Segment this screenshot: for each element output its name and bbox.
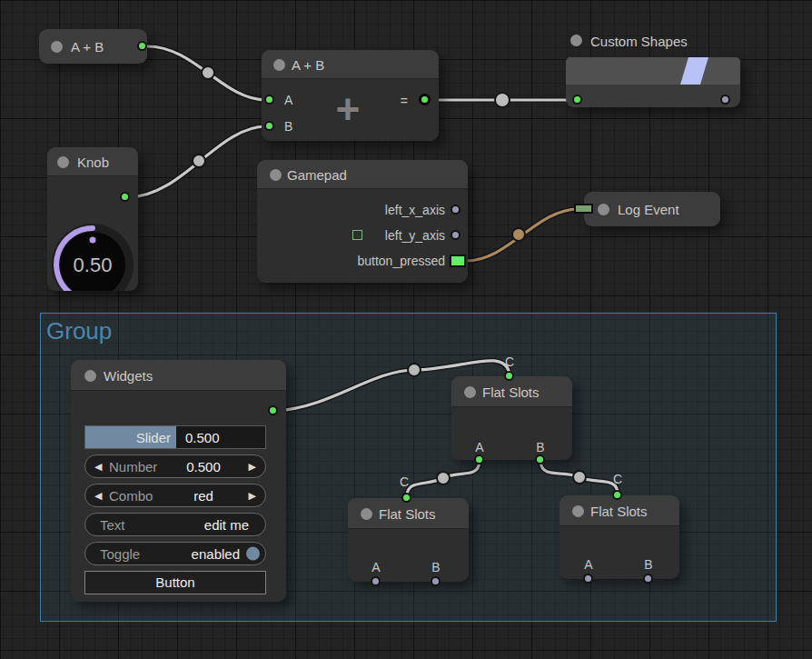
button-label: Button [155, 574, 194, 590]
output-slot-label: A [475, 440, 483, 454]
node-title: Flat Slots [482, 384, 540, 399]
node-title: Gamepad [287, 166, 347, 182]
node-collapse-icon[interactable] [572, 505, 584, 517]
graph-canvas[interactable]: Group A + B A + B A [0, 0, 812, 659]
node-collapse-icon[interactable] [598, 204, 609, 215]
node-flat-slots-top[interactable]: Flat Slots C A B [451, 376, 572, 460]
operator-glyph: + [327, 88, 369, 130]
node-collapse-icon[interactable] [273, 59, 285, 71]
node-knob[interactable]: Knob 0.50 [47, 147, 138, 291]
output-slot[interactable] [120, 192, 130, 202]
decrement-arrow-icon[interactable]: ◀ [94, 461, 102, 473]
output-slot-label: = [401, 94, 408, 108]
link-dot-event [512, 228, 525, 241]
input-slot-a[interactable] [264, 95, 274, 105]
next-arrow-icon[interactable]: ▶ [249, 490, 256, 502]
node-title: Flat Slots [590, 503, 648, 518]
node-collapse-icon[interactable] [84, 370, 96, 382]
output-slot[interactable] [720, 95, 730, 105]
output-slot-b[interactable] [431, 576, 441, 586]
output-slot-b[interactable] [643, 574, 653, 584]
input-slot-label: A [284, 93, 292, 107]
node-title-bar[interactable]: Flat Slots [348, 498, 469, 529]
node-collapse-icon[interactable] [270, 169, 282, 181]
number-widget[interactable]: ◀ Number 0.500 ▶ [84, 454, 266, 478]
output-slot-label: B [431, 560, 440, 574]
input-slot-b[interactable] [264, 121, 274, 131]
link-addcollapsed-to-addA [147, 46, 266, 100]
node-title-bar[interactable]: Flat Slots [451, 376, 572, 407]
node-title-bar[interactable]: Gamepad [257, 160, 468, 189]
node-collapse-icon[interactable] [361, 508, 372, 520]
output-slot-result[interactable] [419, 94, 431, 105]
toggle-knob-icon[interactable] [246, 547, 260, 561]
node-title-bar[interactable]: Flat Slots [559, 495, 679, 526]
output-slot-a[interactable] [371, 576, 381, 586]
input-slot-label: C [400, 474, 409, 489]
input-slot-c[interactable] [401, 493, 411, 503]
node-collapse-icon[interactable] [51, 41, 63, 53]
input-slot-c[interactable] [504, 371, 514, 381]
slider-widget[interactable]: Slider 0.500 [84, 425, 266, 449]
output-slot[interactable] [137, 41, 147, 51]
node-gamepad[interactable]: Gamepad left_x_axis left_y_axis button_p… [257, 160, 468, 283]
output-slot-b[interactable] [535, 454, 545, 464]
output-slot[interactable] [268, 405, 278, 415]
node-title: Knob [77, 154, 109, 169]
input-slot-c[interactable] [612, 490, 622, 500]
node-title: A + B [71, 39, 104, 55]
input-slot-event[interactable] [574, 204, 593, 214]
output-slot-label: B [644, 557, 652, 572]
slot-marker-icon [352, 230, 362, 240]
node-custom-shapes[interactable] [566, 57, 740, 107]
node-title-bar[interactable]: Knob [47, 147, 138, 176]
node-add[interactable]: A + B A B + = [262, 50, 439, 141]
slider-label: Slider [136, 430, 171, 445]
button-widget[interactable]: Button [84, 571, 266, 594]
output-slot-a[interactable] [583, 574, 593, 584]
node-title-bar[interactable]: Widgets [71, 360, 286, 391]
node-title: Widgets [104, 367, 153, 383]
node-collapse-icon[interactable] [464, 386, 476, 398]
toggle-widget[interactable]: Toggle enabled [84, 542, 266, 565]
combo-widget[interactable]: ◀ Combo red ▶ [84, 484, 266, 507]
text-widget[interactable]: Text edit me [84, 513, 266, 536]
output-slot-label: left_y_axis [385, 228, 445, 243]
node-collapse-icon[interactable] [57, 156, 69, 168]
slider-value: 0.500 [185, 430, 220, 445]
output-slot-buttonpressed[interactable] [450, 255, 466, 267]
number-value: 0.500 [167, 459, 240, 474]
link-dot [202, 66, 214, 79]
input-slot-label: B [284, 119, 292, 134]
number-label: Number [109, 459, 157, 474]
node-log-event[interactable]: Log Event [584, 192, 720, 226]
combo-value: red [167, 488, 240, 504]
input-slot-label: C [613, 472, 622, 486]
prev-arrow-icon[interactable]: ◀ [94, 490, 102, 502]
output-slot-label: B [536, 440, 544, 454]
link-dot [495, 93, 510, 107]
knob-value: 0.50 [74, 254, 113, 276]
node-flat-slots-right[interactable]: Flat Slots C A B [559, 495, 679, 579]
group-title: Group [41, 314, 776, 349]
input-slot[interactable] [572, 95, 582, 105]
node-add-collapsed[interactable]: A + B [39, 29, 147, 64]
text-label: Text [100, 517, 125, 533]
output-slot-a[interactable] [474, 454, 484, 464]
node-title-bar[interactable]: A + B [262, 50, 439, 79]
toggle-label: Toggle [100, 546, 140, 562]
node-collapse-icon[interactable] [570, 35, 582, 46]
output-slot-label: button_pressed [357, 254, 445, 268]
knob-indicator-dot [90, 237, 96, 244]
link-dot [193, 155, 205, 167]
toggle-value: enabled [192, 546, 240, 562]
node-title: Custom Shapes [590, 34, 688, 49]
output-slot-label: left_x_axis [385, 203, 445, 217]
output-slot-leftyaxis[interactable] [451, 230, 460, 240]
text-value: edit me [204, 517, 249, 533]
node-flat-slots-left[interactable]: Flat Slots C A B [348, 498, 469, 582]
link-knob-to-addB [128, 126, 266, 197]
increment-arrow-icon[interactable]: ▶ [249, 461, 256, 473]
node-widgets[interactable]: Widgets Slider 0.500 ◀ Number 0.500 ▶ ◀ … [71, 360, 286, 602]
output-slot-leftxaxis[interactable] [451, 205, 460, 215]
